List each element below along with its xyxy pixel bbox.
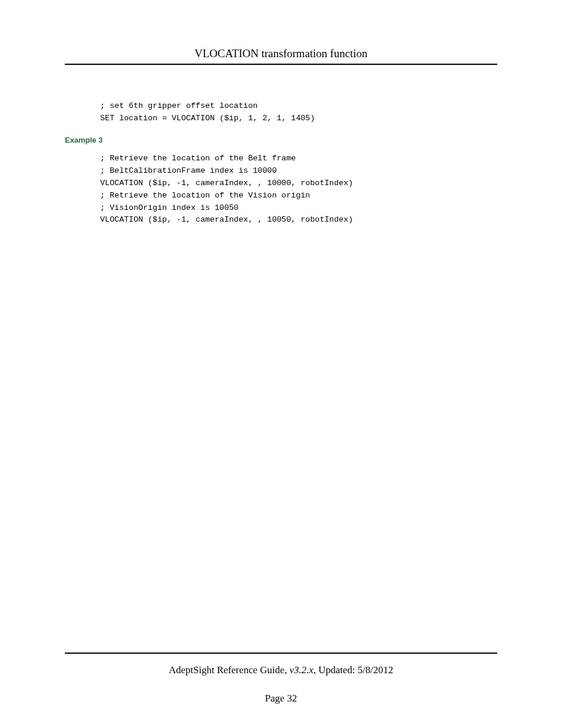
page-header: VLOCATION transformation function <box>65 47 497 65</box>
footer-rule <box>65 653 497 654</box>
footer-updated: , Updated: 5/8/2012 <box>313 664 394 676</box>
code-line: ; BeltCalibrationFrame index is 10000 <box>100 166 277 175</box>
code-block-1: ; set 6th gripper offset location SET lo… <box>100 100 497 125</box>
footer-guide-name: AdeptSight Reference Guide <box>169 664 285 676</box>
code-line: VLOCATION ($ip, -1, cameraIndex, , 10050… <box>100 215 353 224</box>
code-line: ; Retrieve the location of the Vision or… <box>100 191 310 200</box>
footer-guide-line: AdeptSight Reference Guide, v3.2.x, Upda… <box>65 664 497 676</box>
document-page: VLOCATION transformation function ; set … <box>0 0 562 728</box>
code-line: ; set 6th gripper offset location <box>100 101 257 110</box>
header-title: VLOCATION transformation function <box>194 47 367 60</box>
code-line: SET location = VLOCATION ($ip, 1, 2, 1, … <box>100 114 315 123</box>
code-block-2: ; Retrieve the location of the Belt fram… <box>100 153 497 227</box>
code-line: VLOCATION ($ip, -1, cameraIndex, , 10000… <box>100 179 353 187</box>
code-line: ; VisionOrigin index is 10050 <box>100 203 239 212</box>
example-3-heading: Example 3 <box>65 136 497 144</box>
code-line: ; Retrieve the location of the Belt fram… <box>100 154 296 163</box>
footer-version: , v3.2.x <box>285 664 313 676</box>
page-footer: AdeptSight Reference Guide, v3.2.x, Upda… <box>65 653 497 704</box>
footer-page-number: Page 32 <box>65 693 497 704</box>
